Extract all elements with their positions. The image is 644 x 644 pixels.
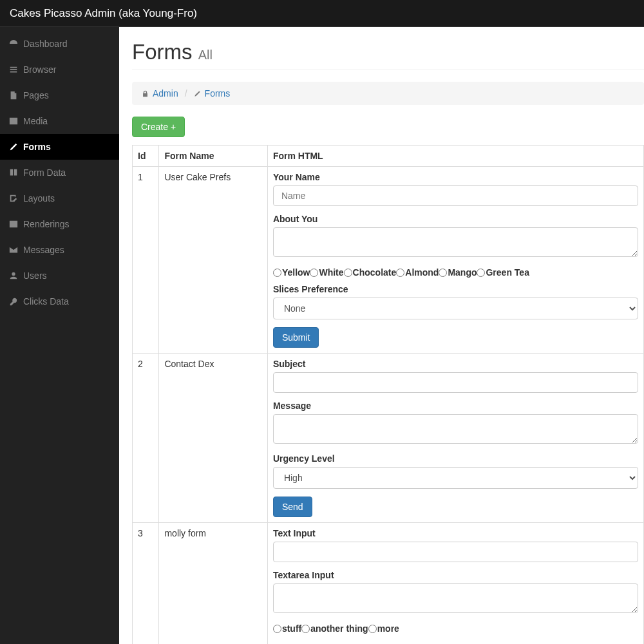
- breadcrumb-forms-link[interactable]: Forms: [205, 88, 231, 99]
- urgency-select[interactable]: High: [273, 467, 638, 489]
- lock-icon: [142, 90, 149, 97]
- user-icon: [9, 271, 18, 280]
- cake-flavor-radio-white[interactable]: [310, 269, 318, 277]
- cake-flavor-radio-green-tea[interactable]: [477, 269, 485, 277]
- breadcrumb: Admin / Forms: [132, 82, 644, 105]
- cake-flavor-label-green-tea: Green Tea: [486, 267, 529, 278]
- list-icon: [9, 65, 18, 74]
- cake-flavor-radio-chocolate[interactable]: [344, 269, 352, 277]
- about-you-textarea[interactable]: [273, 227, 638, 257]
- image-icon: [9, 220, 18, 229]
- cell-name: User Cake Prefs: [159, 167, 267, 354]
- sidebar-item-messages[interactable]: Messages: [0, 237, 119, 263]
- image-icon: [9, 117, 18, 126]
- sidebar-item-label: Form Data: [23, 167, 66, 178]
- sidebar-item-label: Messages: [23, 245, 64, 255]
- table-row: 3 molly form Text Input Textarea Input s…: [133, 523, 644, 644]
- subject-input[interactable]: [273, 372, 638, 393]
- your-name-input[interactable]: [273, 185, 638, 206]
- sidebar-item-users[interactable]: Users: [0, 263, 119, 289]
- your-name-label: Your Name: [273, 172, 638, 182]
- sidebar-item-media[interactable]: Media: [0, 108, 119, 134]
- col-html: Form HTML: [267, 146, 643, 167]
- cell-id: 2: [133, 354, 159, 523]
- page-title-main: Forms: [132, 40, 193, 64]
- sidebar: DashboardBrowserPagesMediaFormsForm Data…: [0, 27, 119, 644]
- text-input[interactable]: [273, 542, 638, 562]
- send-button[interactable]: Send: [273, 497, 312, 517]
- pencil-icon: [194, 90, 201, 97]
- slices-label: Slices Preference: [273, 284, 638, 294]
- cell-html: Text Input Textarea Input stuffanother t…: [267, 523, 643, 644]
- cake-flavor-label-chocolate: Chocolate: [353, 267, 397, 278]
- app-title-bar: Cakes Picasso Admin (aka Young-Fro): [0, 0, 644, 27]
- create-button[interactable]: Create +: [132, 117, 185, 137]
- subject-label: Subject: [273, 359, 638, 369]
- cake-flavor-label-white: White: [319, 267, 343, 278]
- cell-id: 1: [133, 167, 159, 354]
- cell-id: 3: [133, 523, 159, 644]
- pencil-icon: [9, 142, 18, 151]
- dashboard-icon: [9, 39, 18, 48]
- molly-radios: stuffanother thingmore: [273, 623, 638, 634]
- sidebar-item-dashboard[interactable]: Dashboard: [0, 31, 119, 57]
- sidebar-item-clicks-data[interactable]: Clicks Data: [0, 289, 119, 314]
- page-title-sub: All: [198, 48, 213, 62]
- sidebar-item-label: Forms: [23, 142, 51, 152]
- key-icon: [9, 297, 18, 306]
- cell-name: molly form: [159, 523, 267, 644]
- about-you-label: About You: [273, 214, 638, 224]
- slices-select[interactable]: None: [273, 298, 638, 319]
- cake-flavor-label-mango: Mango: [448, 267, 477, 278]
- breadcrumb-separator: /: [185, 88, 187, 99]
- sidebar-item-label: Clicks Data: [23, 296, 69, 307]
- file-icon: [9, 91, 18, 100]
- molly-option-radio-another-thing[interactable]: [301, 625, 310, 633]
- molly-option-radio-more[interactable]: [368, 625, 377, 633]
- molly-option-label-another-thing: another thing: [310, 624, 368, 634]
- molly-option-label-more: more: [377, 624, 399, 634]
- urgency-label: Urgency Level: [273, 453, 638, 464]
- cell-html: Your Name About You YellowWhiteChocolate…: [267, 167, 643, 354]
- page-title: Forms All: [132, 40, 644, 64]
- sidebar-item-label: Layouts: [23, 193, 55, 204]
- cake-flavor-radio-almond[interactable]: [396, 269, 404, 277]
- edit-icon: [9, 194, 18, 203]
- sidebar-item-label: Dashboard: [23, 39, 68, 49]
- molly-option-label-stuff: stuff: [282, 624, 301, 634]
- cell-name: Contact Dex: [159, 354, 267, 523]
- breadcrumb-admin-link[interactable]: Admin: [153, 88, 178, 99]
- cell-html: Subject Message Urgency Level High: [267, 354, 643, 523]
- app-title: Cakes Picasso Admin (aka Young-Fro): [10, 7, 197, 19]
- submit-button[interactable]: Submit: [273, 327, 319, 348]
- envelope-icon: [9, 245, 18, 254]
- sidebar-item-forms[interactable]: Forms: [0, 134, 119, 160]
- title-divider: [132, 70, 644, 70]
- cake-flavor-label-almond: Almond: [405, 267, 439, 278]
- sidebar-item-layouts[interactable]: Layouts: [0, 185, 119, 211]
- textarea-input-label: Textarea Input: [273, 570, 638, 580]
- sidebar-item-renderings[interactable]: Renderings: [0, 211, 119, 237]
- cake-flavor-label-yellow: Yellow: [282, 267, 310, 278]
- cake-flavor-radios: YellowWhiteChocolateAlmondMangoGreen Tea: [273, 267, 638, 278]
- col-id: Id: [133, 146, 159, 167]
- sidebar-item-label: Pages: [23, 90, 49, 100]
- message-textarea[interactable]: [273, 414, 638, 444]
- cake-flavor-radio-mango[interactable]: [439, 269, 447, 277]
- sidebar-item-label: Browser: [23, 64, 56, 75]
- textarea-input[interactable]: [273, 583, 638, 613]
- sidebar-item-pages[interactable]: Pages: [0, 82, 119, 108]
- book-icon: [9, 168, 18, 177]
- cake-flavor-radio-yellow[interactable]: [273, 269, 281, 277]
- col-name: Form Name: [159, 146, 267, 167]
- forms-table: Id Form Name Form HTML 1 User Cake Prefs…: [132, 145, 644, 644]
- text-input-label: Text Input: [273, 528, 638, 538]
- table-row: 1 User Cake Prefs Your Name About You Ye…: [133, 167, 644, 354]
- message-label: Message: [273, 401, 638, 411]
- sidebar-item-label: Renderings: [23, 219, 70, 229]
- sidebar-item-form-data[interactable]: Form Data: [0, 160, 119, 185]
- table-row: 2 Contact Dex Subject Message Urgency Le…: [133, 354, 644, 523]
- sidebar-item-browser[interactable]: Browser: [0, 57, 119, 82]
- main-content: Forms All Admin / Forms Create + Id Form…: [119, 27, 644, 644]
- molly-option-radio-stuff[interactable]: [273, 625, 281, 633]
